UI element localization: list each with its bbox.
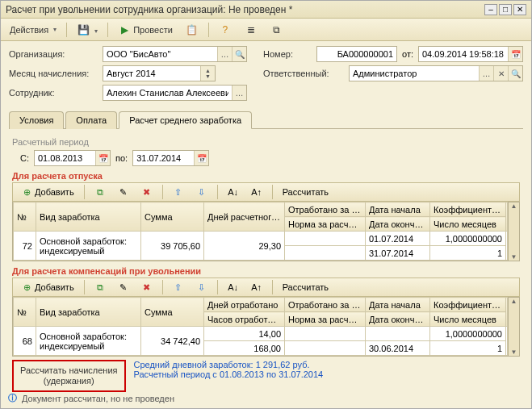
- ellipsis-icon[interactable]: …: [232, 86, 246, 100]
- calculate-accruals-button[interactable]: Рассчитать начисления (удержания): [12, 360, 126, 392]
- period-from-input[interactable]: [35, 153, 95, 163]
- col-dend[interactable]: Дата окончания: [366, 312, 430, 327]
- date-input[interactable]: [419, 49, 508, 59]
- period-to-field[interactable]: 📅: [132, 150, 209, 166]
- calendar-icon[interactable]: 📅: [508, 47, 522, 61]
- col-hours[interactable]: Часов отработано: [204, 312, 285, 327]
- minimize-button[interactable]: –: [484, 4, 497, 15]
- col-n[interactable]: №: [14, 298, 36, 327]
- col-worked[interactable]: Отработано за ра...: [285, 298, 366, 312]
- save-dropdown-button[interactable]: 💾: [71, 21, 103, 39]
- scrollbar[interactable]: ▲▼: [509, 297, 520, 357]
- delete-button[interactable]: ✖: [136, 185, 157, 199]
- scroll-down-icon[interactable]: ▼: [511, 253, 517, 261]
- sort-desc-button[interactable]: A↑: [246, 185, 267, 199]
- month-field[interactable]: ▲▼: [103, 65, 216, 81]
- emp-input[interactable]: [103, 88, 232, 98]
- col-coef[interactable]: Коэффициент и...: [430, 298, 506, 312]
- period-from-field[interactable]: 📅: [34, 150, 111, 166]
- col-norm[interactable]: Норма за расчетн...: [285, 312, 366, 327]
- ellipsis-icon[interactable]: …: [479, 66, 493, 81]
- num-input[interactable]: [317, 49, 396, 59]
- copy-icon: ⧉: [94, 186, 106, 198]
- copy-button[interactable]: ⧉: [90, 280, 111, 294]
- scroll-up-icon[interactable]: ▲: [511, 298, 517, 305]
- list-icon: ≣: [245, 23, 258, 36]
- col-coef[interactable]: Коэффициент и...: [430, 202, 506, 217]
- col-sum[interactable]: Сумма: [141, 202, 204, 232]
- list-button-1[interactable]: ≣: [239, 21, 263, 39]
- move-up-button[interactable]: ⇧: [168, 280, 189, 294]
- pencil-icon: ✎: [118, 186, 129, 198]
- copy-button[interactable]: ⧉: [90, 185, 111, 199]
- tab-avg-calc[interactable]: Расчет среднего заработка: [119, 111, 252, 129]
- sort-asc-button[interactable]: A↓: [223, 280, 244, 294]
- col-months[interactable]: Число месяцев: [430, 217, 506, 232]
- resp-field[interactable]: … ✕ 🔍: [349, 65, 523, 81]
- sort-desc-icon: A↑: [251, 186, 262, 198]
- add-button[interactable]: ⊕Добавить: [16, 185, 79, 199]
- calc-button[interactable]: Рассчитать: [278, 281, 333, 294]
- actions-menu[interactable]: Действия: [4, 23, 62, 37]
- col-norm[interactable]: Норма за расчетн...: [285, 217, 366, 232]
- tab-payment[interactable]: Оплата: [65, 111, 117, 129]
- list-button-2[interactable]: ⧉: [265, 21, 289, 39]
- arrow-down-icon: ⇩: [196, 186, 207, 198]
- scrollbar[interactable]: ▲▼: [509, 202, 520, 261]
- arrow-up-icon: ⇧: [173, 186, 184, 198]
- search-icon[interactable]: 🔍: [232, 47, 246, 61]
- col-days[interactable]: Дней расчетного периода: [204, 202, 285, 232]
- sec1-grid[interactable]: № Вид заработка Сумма Дней расчетного пе…: [12, 202, 509, 261]
- tab-conditions[interactable]: Условия: [9, 111, 64, 129]
- plus-icon: ⊕: [21, 282, 32, 293]
- scroll-up-icon[interactable]: ▲: [511, 202, 517, 210]
- spin-up-icon[interactable]: ▲▼: [200, 66, 215, 81]
- clear-icon[interactable]: ✕: [493, 66, 508, 81]
- add-button[interactable]: ⊕Добавить: [16, 280, 79, 294]
- edit-button[interactable]: ✎: [113, 185, 134, 199]
- emp-field[interactable]: …: [103, 85, 247, 101]
- period-to-input[interactable]: [133, 153, 194, 163]
- scroll-down-icon[interactable]: ▼: [511, 348, 517, 356]
- col-n[interactable]: №: [14, 202, 36, 232]
- table-row[interactable]: 72 Основной заработок: индексируемый 39 …: [14, 232, 508, 246]
- ellipsis-icon[interactable]: …: [217, 47, 232, 61]
- calendar-icon[interactable]: 📅: [194, 151, 208, 165]
- clipboard-button[interactable]: 📋: [180, 21, 204, 39]
- help-button[interactable]: ?: [213, 21, 237, 39]
- table-row[interactable]: 68 Основной заработок: индексируемый 34 …: [14, 327, 508, 341]
- move-up-button[interactable]: ⇧: [168, 185, 189, 199]
- edit-button[interactable]: ✎: [113, 280, 134, 294]
- org-field[interactable]: … 🔍: [103, 46, 247, 62]
- emp-label: Сотрудник:: [9, 88, 98, 98]
- col-dstart[interactable]: Дата начала: [366, 298, 430, 312]
- sort-asc-button[interactable]: A↓: [223, 185, 244, 199]
- date-field[interactable]: 📅: [418, 46, 523, 62]
- col-months[interactable]: Число месяцев: [430, 312, 506, 327]
- month-input[interactable]: [103, 69, 200, 78]
- col-days[interactable]: Дней отработано: [204, 298, 285, 312]
- calendar-icon[interactable]: 📅: [95, 151, 110, 165]
- col-kind[interactable]: Вид заработка: [36, 202, 141, 232]
- window-title: Расчет при увольнении сотрудника организ…: [6, 4, 484, 15]
- col-kind[interactable]: Вид заработка: [36, 298, 141, 327]
- num-label: Номер:: [263, 49, 312, 59]
- close-button[interactable]: ✕: [513, 4, 526, 15]
- post-button[interactable]: ▶Провести: [112, 21, 178, 39]
- resp-input[interactable]: [350, 69, 479, 78]
- calc-button[interactable]: Рассчитать: [278, 186, 333, 198]
- sec2-title: Для расчета компенсаций при увольнении: [12, 266, 520, 276]
- num-field[interactable]: [316, 46, 397, 62]
- col-sum[interactable]: Сумма: [141, 298, 204, 327]
- maximize-button[interactable]: □: [499, 4, 512, 15]
- sort-desc-button[interactable]: A↑: [246, 280, 267, 294]
- col-dstart[interactable]: Дата начала: [366, 202, 430, 217]
- sec2-grid[interactable]: № Вид заработка Сумма Дней отработано От…: [12, 297, 509, 357]
- col-worked[interactable]: Отработано за ра...: [285, 202, 366, 217]
- delete-button[interactable]: ✖: [136, 280, 157, 294]
- search-icon[interactable]: 🔍: [508, 66, 522, 81]
- org-input[interactable]: [103, 49, 217, 59]
- col-dend[interactable]: Дата окончания: [366, 217, 430, 232]
- move-down-button[interactable]: ⇩: [191, 185, 212, 199]
- move-down-button[interactable]: ⇩: [191, 280, 212, 294]
